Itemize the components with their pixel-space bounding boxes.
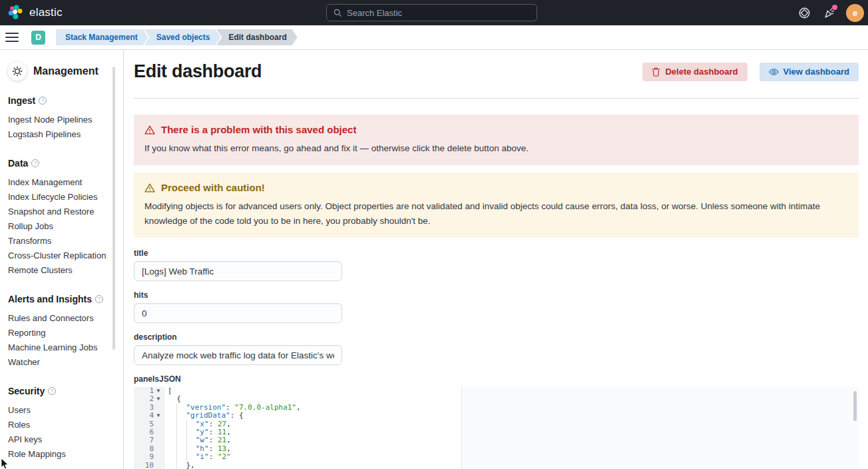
fold-spacer [154,462,163,469]
top-navigation-bar: elastic Search Elastic e [0,0,868,25]
breadcrumb-stack-management[interactable]: Stack Management [56,29,148,45]
sidebar-item-rules-and-connectors[interactable]: Rules and Connectors [8,311,123,326]
caution-callout-title: Proceed with caution! [161,182,265,193]
sidebar-item-index-lifecycle-policies[interactable]: Index Lifecycle Policies [8,190,123,205]
hits-field[interactable] [134,303,342,323]
hits-field-label: hits [134,290,342,300]
code-line: 5 "x": 27, [134,420,859,428]
fold-spacer [154,445,163,453]
fold-toggle-icon[interactable]: ▼ [154,412,163,420]
sidebar-item-watcher[interactable]: Watcher [8,355,123,370]
sidebar-item-role-mappings[interactable]: Role Mappings [8,447,123,462]
help-icon[interactable]: ? [48,387,56,395]
description-field[interactable] [134,345,342,365]
delete-dashboard-button[interactable]: Delete dashboard [642,63,747,81]
view-dashboard-button[interactable]: View dashboard [760,63,859,81]
space-avatar[interactable]: D [31,31,45,45]
main-content: Edit dashboard Delete dashboard View [124,50,868,469]
sidebar-section-alerts-and-insights: Alerts and Insights?Rules and Connectors… [8,294,123,370]
sidebar-item-api-keys[interactable]: API keys [8,432,123,447]
code-line: 8 "h": 13, [134,445,859,453]
management-sidebar: Management Ingest?Ingest Node PipelinesL… [0,50,124,469]
sidebar-item-index-management[interactable]: Index Management [8,175,123,190]
help-icon[interactable]: ? [31,159,39,167]
code-line: 6 "y": 11, [134,428,859,436]
sidebar-item-roles[interactable]: Roles [8,418,123,432]
gutter: 4▼ [134,412,165,420]
sidebar-section-security: Security?UsersRolesAPI keysRole Mappings [8,386,123,462]
trash-icon [652,67,660,77]
code-line: 1▼[ [134,387,859,395]
sidebar-item-machine-learning-jobs[interactable]: Machine Learning Jobs [8,340,123,355]
elastic-logo-icon [7,4,24,21]
section-label: Data? [8,158,123,169]
breadcrumbs: Stack ManagementSaved objectsEdit dashbo… [56,29,298,45]
deployment-icon[interactable] [795,4,813,21]
gutter: 2▼ [134,395,165,403]
sidebar-item-remote-clusters[interactable]: Remote Clusters [8,263,123,278]
sidebar-item-cross-cluster-replication[interactable]: Cross-Cluster Replication [8,248,123,263]
fold-spacer [154,428,163,436]
search-placeholder: Search Elastic [347,8,402,18]
elastic-logo[interactable]: elastic [0,4,63,21]
sidebar-nav: Ingest?Ingest Node PipelinesLogstash Pip… [8,95,123,462]
breadcrumb-saved-objects[interactable]: Saved objects [144,29,221,45]
code-text: "i": "2" [165,453,231,461]
panelsjson-code-editor[interactable]: 1▼[2▼ {3 "version": "7.0.0-alpha1",4▼ "g… [134,387,859,469]
panelsjson-field-label: panelsJSON [134,374,859,384]
divider [134,98,859,99]
global-search-input[interactable]: Search Elastic [326,4,537,21]
sidebar-item-rollup-jobs[interactable]: Rollup Jobs [8,219,123,234]
eye-icon [769,68,779,76]
sidebar-title: Management [33,65,99,77]
help-icon[interactable]: ? [95,295,103,303]
sidebar-scrollbar[interactable] [112,67,115,350]
menu-toggle-icon[interactable] [5,33,19,42]
fold-spacer [154,436,163,444]
mouse-cursor [1,458,9,469]
section-label: Ingest? [8,95,123,106]
code-line: 4▼ "gridData": { [134,412,859,420]
user-avatar[interactable]: e [846,4,864,22]
sidebar-section-data: Data?Index ManagementIndex Lifecycle Pol… [8,158,123,278]
sidebar-item-transforms[interactable]: Transforms [8,234,123,248]
code-line: 10 }, [134,462,859,469]
warning-icon [144,183,155,193]
code-text: }, [165,462,195,469]
fold-spacer [154,453,163,461]
description-field-label: description [134,332,342,342]
breadcrumb-edit-dashboard: Edit dashboard [216,29,297,45]
help-icon[interactable]: ? [39,97,47,105]
sidebar-item-users[interactable]: Users [8,403,123,418]
breadcrumb-bar: D Stack ManagementSaved objectsEdit dash… [0,25,868,50]
title-field[interactable] [134,261,342,281]
fold-spacer [154,420,163,428]
code-text: { [165,395,181,403]
gear-icon [8,62,27,81]
gutter: 10 [134,462,165,469]
search-icon [333,9,342,17]
error-callout: There is a problem with this saved objec… [134,115,859,165]
section-label: Alerts and Insights? [8,294,123,304]
error-callout-title: There is a problem with this saved objec… [161,124,356,135]
code-line: 7 "w": 21, [134,436,859,444]
sidebar-item-ingest-node-pipelines[interactable]: Ingest Node Pipelines [8,113,123,127]
sidebar-item-snapshot-and-restore[interactable]: Snapshot and Restore [8,205,123,219]
code-lines: 1▼[2▼ {3 "version": "7.0.0-alpha1",4▼ "g… [134,387,859,469]
warning-icon [144,125,155,135]
gutter: 9 [134,453,165,461]
section-label: Security? [8,386,123,396]
gutter: 7 [134,436,165,444]
fold-toggle-icon[interactable]: ▼ [154,387,163,395]
caution-callout-body: Modifying objects is for advanced users … [144,199,848,229]
notification-dot [832,5,837,10]
fold-toggle-icon[interactable]: ▼ [154,395,163,403]
error-callout-body: If you know what this error means, go ah… [144,141,848,156]
newsfeed-icon[interactable] [821,4,838,21]
sidebar-item-reporting[interactable]: Reporting [8,326,123,340]
sidebar-item-logstash-pipelines[interactable]: Logstash Pipelines [8,127,123,142]
code-line: 9 "i": "2" [134,453,859,461]
sidebar-section-ingest: Ingest?Ingest Node PipelinesLogstash Pip… [8,95,123,142]
page-title: Edit dashboard [134,61,262,82]
caution-callout: Proceed with caution! Modifying objects … [134,173,859,238]
